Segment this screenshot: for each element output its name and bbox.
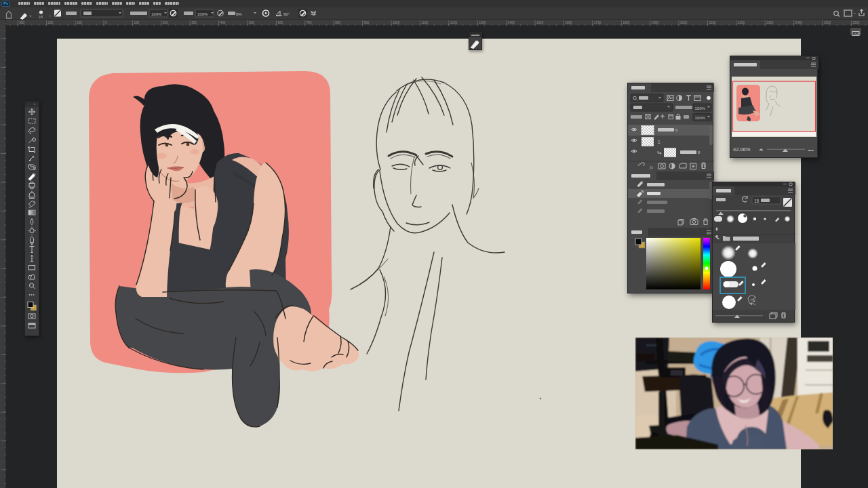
svg-text:600: 600	[277, 21, 283, 24]
svg-text:300: 300	[191, 21, 197, 24]
svg-text:8: 8	[698, 150, 701, 155]
svg-text:1000: 1000	[393, 21, 400, 24]
svg-text:800: 800	[335, 21, 340, 24]
svg-text:400: 400	[220, 21, 226, 24]
svg-text:1200: 1200	[450, 21, 458, 24]
svg-text:900: 900	[364, 21, 370, 24]
svg-text:15: 15	[754, 199, 760, 203]
svg-text:2500: 2500	[824, 21, 831, 24]
svg-text:42.06%: 42.06%	[733, 146, 751, 152]
svg-text:100: 100	[134, 21, 139, 24]
svg-text:500: 500	[249, 21, 254, 24]
svg-text:0: 0	[105, 21, 107, 24]
svg-text:2000: 2000	[680, 21, 688, 24]
svg-text:15: 15	[39, 15, 43, 19]
svg-text:2100: 2100	[709, 21, 716, 24]
svg-text:2200: 2200	[738, 21, 745, 24]
svg-text:1100: 1100	[421, 21, 428, 24]
svg-text:100%: 100%	[695, 106, 706, 110]
svg-text:1300: 1300	[479, 21, 486, 24]
svg-text:fx: fx	[650, 165, 654, 170]
svg-text:1400: 1400	[508, 21, 515, 24]
svg-text:90°: 90°	[283, 12, 290, 16]
svg-text:100: 100	[77, 21, 82, 24]
svg-text:1: 1	[658, 140, 660, 144]
svg-text:100%: 100%	[197, 12, 208, 16]
svg-text:1600: 1600	[565, 21, 572, 24]
svg-text:100%: 100%	[695, 116, 706, 120]
svg-text:200: 200	[163, 21, 168, 24]
svg-text:300: 300	[19, 21, 24, 24]
svg-text:1900: 1900	[652, 21, 659, 24]
svg-text:700: 700	[307, 21, 312, 24]
svg-text:2600: 2600	[852, 21, 860, 24]
svg-text:2400: 2400	[795, 21, 803, 24]
svg-text:100%: 100%	[151, 12, 162, 16]
svg-text:8%: 8%	[236, 12, 242, 16]
svg-text:1500: 1500	[536, 21, 544, 24]
svg-text:1700: 1700	[594, 21, 601, 24]
svg-text:2300: 2300	[766, 21, 774, 24]
svg-text:200: 200	[48, 21, 54, 24]
svg-text:1800: 1800	[623, 21, 630, 24]
